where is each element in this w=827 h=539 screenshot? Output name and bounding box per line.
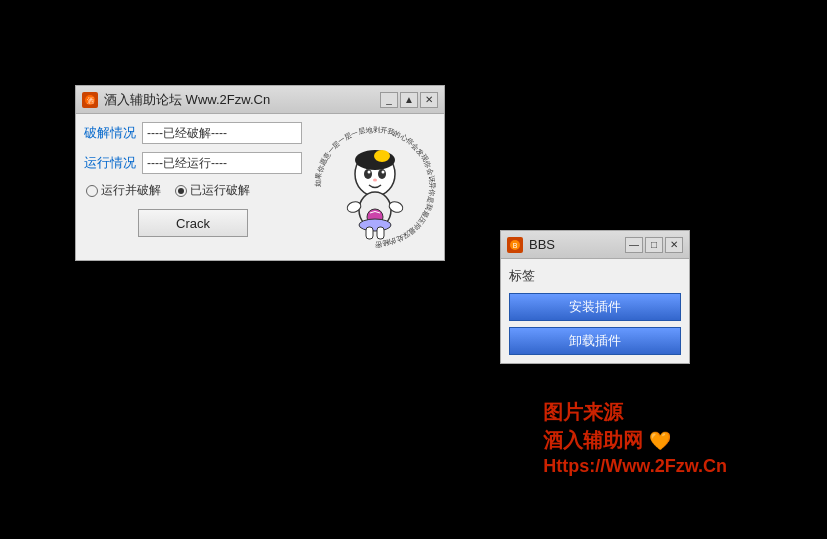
- radio-label-2: 已运行破解: [190, 182, 250, 199]
- bbs-label: 标签: [509, 267, 681, 285]
- run-status-input[interactable]: [142, 152, 302, 174]
- svg-text:B: B: [513, 242, 518, 249]
- crack-status-label: 破解情况: [84, 124, 136, 142]
- crack-status-input[interactable]: [142, 122, 302, 144]
- uninstall-plugin-button[interactable]: 卸载插件: [509, 327, 681, 355]
- main-window: 酒 酒入辅助论坛 Www.2Fzw.Cn _ ▲ ✕ 破解情况 运行情况: [75, 85, 445, 261]
- titlebar-left: 酒 酒入辅助论坛 Www.2Fzw.Cn: [82, 91, 270, 109]
- crack-button[interactable]: Crack: [138, 209, 248, 237]
- attribution-line1: 图片来源: [543, 398, 727, 426]
- svg-point-8: [368, 171, 371, 174]
- install-plugin-button[interactable]: 安装插件: [509, 293, 681, 321]
- manga-image: 如果你愿意一层一层一层地剥开我的心你会发现你会讶异你是我最压抑最深处的秘密: [310, 122, 440, 252]
- svg-text:酒: 酒: [87, 97, 94, 104]
- radio-circle-2: [175, 185, 187, 197]
- bbs-titlebar-controls: — □ ✕: [625, 237, 683, 253]
- bbs-restore-button[interactable]: □: [645, 237, 663, 253]
- run-status-row: 运行情况: [84, 152, 302, 174]
- minimize-button[interactable]: _: [380, 92, 398, 108]
- run-status-label: 运行情况: [84, 154, 136, 172]
- radio-row: 运行并破解 已运行破解: [86, 182, 302, 199]
- attribution-line2: 酒入辅助网 🧡: [543, 426, 727, 454]
- bbs-window: B BBS — □ ✕ 标签 安装插件 卸载插件: [500, 230, 690, 364]
- right-panel: 如果你愿意一层一层一层地剥开我的心你会发现你会讶异你是我最压抑最深处的秘密: [310, 122, 440, 252]
- svg-point-15: [359, 219, 391, 231]
- main-window-title: 酒入辅助论坛 Www.2Fzw.Cn: [104, 91, 270, 109]
- radio-circle-1: [86, 185, 98, 197]
- svg-rect-17: [377, 227, 384, 239]
- radio-option-1[interactable]: 运行并破解: [86, 182, 161, 199]
- svg-point-10: [373, 179, 377, 182]
- bbs-minimize-button[interactable]: —: [625, 237, 643, 253]
- bbs-titlebar-left: B BBS: [507, 237, 555, 253]
- svg-point-9: [382, 171, 385, 174]
- bbs-titlebar: B BBS — □ ✕: [501, 231, 689, 259]
- attribution-url: Https://Www.2Fzw.Cn: [543, 454, 727, 479]
- bbs-close-button[interactable]: ✕: [665, 237, 683, 253]
- attribution-site-name: 酒入辅助网: [543, 429, 643, 451]
- heart-icon: 🧡: [649, 431, 671, 451]
- main-window-icon: 酒: [82, 92, 98, 108]
- svg-point-5: [374, 150, 390, 162]
- main-titlebar-controls: _ ▲ ✕: [380, 92, 438, 108]
- radio-label-1: 运行并破解: [101, 182, 161, 199]
- svg-point-4: [355, 150, 395, 170]
- bbs-window-icon: B: [507, 237, 523, 253]
- svg-rect-16: [366, 227, 373, 239]
- bottom-attribution: 图片来源 酒入辅助网 🧡 Https://Www.2Fzw.Cn: [543, 398, 727, 479]
- radio-option-2[interactable]: 已运行破解: [175, 182, 250, 199]
- bbs-content: 标签 安装插件 卸载插件: [501, 259, 689, 363]
- crack-status-row: 破解情况: [84, 122, 302, 144]
- main-content: 破解情况 运行情况 运行并破解 已运行破解 Crack: [76, 114, 444, 260]
- close-button[interactable]: ✕: [420, 92, 438, 108]
- left-panel: 破解情况 运行情况 运行并破解 已运行破解 Crack: [84, 122, 302, 252]
- svg-point-6: [364, 169, 372, 179]
- bbs-window-title: BBS: [529, 237, 555, 252]
- svg-point-7: [378, 169, 386, 179]
- main-titlebar: 酒 酒入辅助论坛 Www.2Fzw.Cn _ ▲ ✕: [76, 86, 444, 114]
- maximize-button[interactable]: ▲: [400, 92, 418, 108]
